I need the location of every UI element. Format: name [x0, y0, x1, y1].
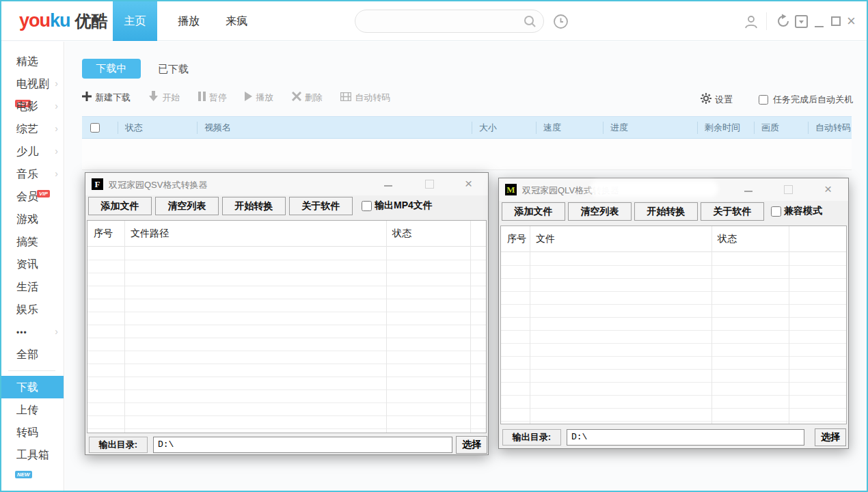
new-download-button[interactable]: 新建下载 [82, 92, 131, 104]
settings-button[interactable]: 设置 [701, 93, 733, 106]
chevron-right-icon: › [55, 118, 58, 140]
chevron-right-icon: › [55, 320, 58, 343]
qsv-add-file-button[interactable]: 添加文件 [88, 197, 152, 215]
sidebar-item-games[interactable]: 游戏 [1, 208, 64, 230]
qlv-output-dir-label: 输出目录: [502, 429, 561, 446]
tab-laifeng[interactable]: 来疯 [213, 1, 260, 41]
sidebar-item-transcode[interactable]: 转码 [1, 421, 64, 443]
search-box [355, 10, 544, 33]
qlv-output-path-field[interactable]: D:\ [567, 429, 804, 446]
new-badge: NEW [15, 471, 32, 478]
qsv-table-header: 序号 文件路径 状态 [87, 221, 486, 247]
col-progress: 进度 [603, 122, 697, 134]
window-maximize-button[interactable] [831, 16, 841, 26]
qlv-compat-mode-checkbox[interactable]: 兼容模式 [771, 205, 822, 217]
window-minimize-button[interactable] [815, 26, 824, 27]
refresh-icon[interactable] [776, 14, 791, 31]
chevron-right-icon: › [55, 163, 58, 185]
sidebar: 精选 电视剧HOT› 电影› 综艺› 少儿› 音乐› 会员VIP 游戏 搞笑 资… [1, 42, 64, 492]
qlv-add-file-button[interactable]: 添加文件 [502, 202, 565, 221]
qsv-output-bar: 输出目录: D:\ 选择 [87, 435, 487, 455]
sidebar-item-kids[interactable]: 少儿› [1, 140, 64, 163]
sidebar-item-upload[interactable]: 上传 [1, 398, 64, 421]
logo-cn: 优酷 [75, 12, 108, 30]
qsv-col-filepath: 文件路径 [124, 228, 386, 240]
qsv-start-convert-button[interactable]: 开始转换 [222, 197, 286, 215]
sidebar-item-download[interactable]: 下载 [1, 376, 64, 398]
tab-downloading[interactable]: 下载中 [82, 59, 141, 79]
download-table-header: 状态 视频名 大小 速度 进度 剩余时间 画质 自动转码 [82, 116, 852, 139]
qlv-choose-button[interactable]: 选择 [815, 428, 846, 446]
search-input[interactable] [365, 12, 522, 31]
auto-transcode-button[interactable]: 自动转码 [340, 92, 390, 104]
sidebar-item-entertainment[interactable]: 娱乐 [1, 298, 64, 320]
qlv-compat-box[interactable] [771, 206, 781, 217]
qlv-clear-list-button[interactable]: 清空列表 [568, 202, 632, 221]
qsv-titlebar[interactable]: F 双冠家园QSV格式转换器 × [85, 173, 488, 195]
qsv-choose-button[interactable]: 选择 [456, 436, 487, 454]
auto-shutdown-box[interactable] [759, 95, 768, 105]
tab-play[interactable]: 播放 [165, 1, 212, 41]
qlv-close-button[interactable]: × [824, 182, 832, 197]
user-icon[interactable] [743, 14, 759, 33]
youku-logo: youku优酷 [19, 10, 108, 32]
select-all-cell [82, 122, 118, 134]
qlv-titlebar[interactable]: M 双冠家园QLV格式转换器 × [499, 178, 848, 201]
col-status: 状态 [118, 122, 197, 134]
qsv-clear-list-button[interactable]: 清空列表 [155, 197, 219, 215]
qlv-about-button[interactable]: 关于软件 [701, 202, 764, 221]
qlv-maximize-button[interactable] [784, 185, 793, 194]
tab-downloaded[interactable]: 已下载 [158, 63, 189, 76]
sidebar-item-life[interactable]: 生活 [1, 275, 64, 298]
col-video-name: 视频名 [197, 122, 472, 134]
qsv-file-table: 序号 文件路径 状态 [87, 220, 487, 433]
qlv-minimize-button[interactable] [744, 191, 752, 192]
col-size: 大小 [472, 122, 536, 134]
topbar: youku优酷 主页 播放 来疯 × [1, 1, 867, 41]
col-time-left: 剩余时间 [697, 122, 754, 134]
qlv-button-row: 添加文件 清空列表 开始转换 关于软件 兼容模式 [499, 201, 848, 225]
start-arrow-icon [148, 91, 159, 104]
sidebar-item-music[interactable]: 音乐› [1, 163, 64, 185]
qsv-col-index: 序号 [87, 228, 124, 240]
sidebar-item-funny[interactable]: 搞笑 [1, 230, 64, 253]
sidebar-item-featured[interactable]: 精选 [1, 50, 64, 72]
play-icon [245, 92, 252, 103]
qsv-window-title: 双冠家园QSV格式转换器 [109, 179, 207, 191]
qsv-mp4-box[interactable] [362, 201, 372, 211]
history-clock-icon[interactable] [553, 14, 569, 32]
tab-home[interactable]: 主页 [113, 1, 157, 41]
search-icon[interactable] [524, 15, 537, 31]
auto-shutdown-checkbox[interactable]: 任务完成后自动关机 [759, 94, 853, 106]
play-button[interactable]: 播放 [245, 92, 273, 104]
qsv-about-button[interactable]: 关于软件 [289, 197, 353, 215]
pause-icon [198, 92, 206, 103]
tray-minimize-icon[interactable] [795, 15, 808, 31]
sidebar-item-movie[interactable]: 电影› [1, 95, 64, 118]
start-button[interactable]: 开始 [148, 91, 180, 104]
chevron-right-icon: › [55, 95, 58, 118]
sidebar-item-more[interactable]: •••› [1, 320, 64, 343]
sidebar-item-variety[interactable]: 综艺› [1, 118, 64, 140]
qsv-minimize-button[interactable] [384, 185, 392, 187]
qlv-table-header: 序号 文件 状态 [501, 226, 846, 252]
qlv-col-index: 序号 [501, 233, 530, 245]
qsv-output-mp4-checkbox[interactable]: 输出MP4文件 [362, 200, 433, 212]
pause-button[interactable]: 暂停 [198, 92, 227, 104]
qlv-col-status: 状态 [711, 233, 789, 245]
qlv-start-convert-button[interactable]: 开始转换 [634, 202, 698, 221]
qsv-close-button[interactable]: × [465, 176, 472, 191]
qsv-output-path-field[interactable]: D:\ [153, 437, 452, 453]
download-table-body [82, 139, 852, 170]
select-all-checkbox[interactable] [90, 123, 100, 133]
window-close-button[interactable]: × [847, 13, 856, 29]
sidebar-item-vip[interactable]: 会员VIP [1, 185, 64, 208]
sidebar-item-toolbox[interactable]: 工具箱NEW [1, 443, 64, 466]
delete-button[interactable]: 删除 [292, 92, 323, 104]
sidebar-item-all[interactable]: 全部 [1, 343, 64, 366]
film-icon [340, 92, 351, 103]
qsv-maximize-button[interactable] [425, 180, 434, 189]
sidebar-item-tv[interactable]: 电视剧HOT› [1, 72, 64, 95]
chevron-right-icon: › [55, 140, 58, 163]
sidebar-item-news[interactable]: 资讯 [1, 253, 64, 275]
